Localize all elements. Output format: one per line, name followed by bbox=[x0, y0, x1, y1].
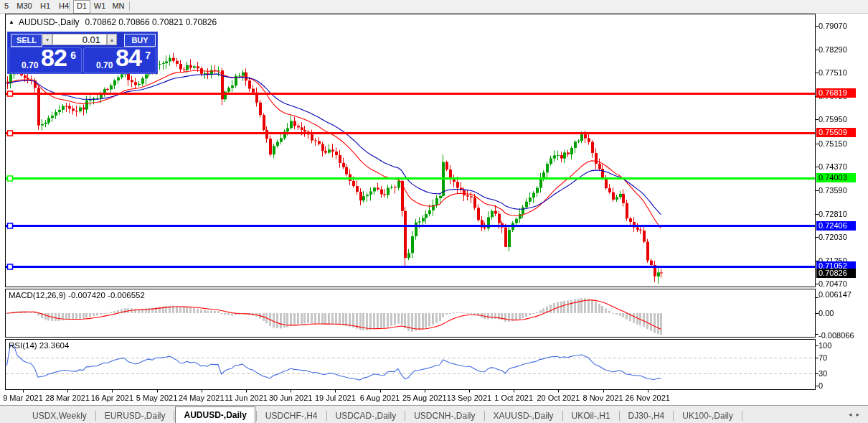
tab-usdcad-daily[interactable]: USDCAD-,Daily bbox=[328, 409, 405, 423]
tab-usdx-weekly[interactable]: USDX,Weekly bbox=[24, 409, 95, 423]
macd-axis-tick: 0.00 bbox=[819, 309, 864, 318]
hline-price-badge: 0.72406 bbox=[816, 221, 856, 231]
price-axis-tick: 0.75950 bbox=[819, 115, 864, 124]
rsi-axis-tick: 70 bbox=[819, 353, 864, 363]
rsi-axis-tick: 30 bbox=[819, 369, 864, 378]
trading-platform-window: 5M30H1H4D1W1MN ▲AUDUSD-,Daily0.70862 0.7… bbox=[0, 0, 868, 423]
tab-scroll-left-icon[interactable]: ◂ bbox=[849, 411, 857, 418]
sell-price-digits: 82 bbox=[41, 44, 67, 72]
price-axis-tick: 0.74370 bbox=[819, 162, 864, 172]
price-axis-tick: 0.70470 bbox=[819, 279, 864, 289]
current-price-badge: 0.70826 bbox=[816, 269, 856, 278]
sell-price-prefix: 0.70 bbox=[22, 60, 38, 70]
tab-usdchf-h4[interactable]: USDCHF-,H4 bbox=[258, 409, 326, 423]
tab-separator bbox=[562, 411, 563, 421]
tab-usdcnh-daily[interactable]: USDCNH-,Daily bbox=[406, 409, 483, 423]
tab-separator bbox=[484, 411, 485, 421]
macd-axis-tick: 0.006147 bbox=[819, 290, 864, 299]
price-axis-tick: 0.77510 bbox=[819, 68, 864, 78]
tab-ukoil-h1[interactable]: UKOil-,H1 bbox=[564, 409, 618, 423]
tab-separator bbox=[405, 411, 405, 421]
chart-title: ▲AUDUSD-,Daily0.70862 0.70866 0.70821 0.… bbox=[9, 17, 217, 27]
price-axis-tick: 0.79070 bbox=[819, 22, 864, 31]
buy-price-pip: 7 bbox=[145, 50, 151, 61]
macd-axis-tick: -0.008066 bbox=[819, 331, 864, 340]
buy-price-box[interactable]: 0.70 84 7 bbox=[83, 47, 156, 73]
symbol-name: AUDUSD-,Daily bbox=[19, 17, 80, 27]
tab-separator bbox=[673, 411, 674, 421]
chart-tab-bar: USDX,WeeklyEURUSD-,DailyAUDUSD-,DailyUSD… bbox=[0, 405, 868, 423]
price-axis-tick: 0.78290 bbox=[819, 45, 864, 55]
one-click-trading-panel: SELL ▼ 0.01 ▲ BUY 0.70 82 6 0.70 84 7 bbox=[7, 32, 158, 74]
rsi-indicator-label: RSI(14) 23.3604 bbox=[9, 341, 69, 350]
price-axis-tick: 0.72810 bbox=[819, 210, 864, 219]
sell-button[interactable]: SELL bbox=[11, 34, 42, 47]
hline-price-badge: 0.74003 bbox=[816, 173, 856, 182]
price-axis-tick: 0.73590 bbox=[819, 186, 864, 195]
tab-separator bbox=[95, 411, 96, 421]
tab-separator bbox=[619, 411, 620, 421]
tab-scroll-arrows[interactable]: ◂▸ bbox=[849, 411, 864, 418]
tab-separator bbox=[256, 411, 257, 421]
price-axis-tick: 0.72030 bbox=[819, 233, 864, 242]
date-label: 26 Nov 2021 bbox=[618, 394, 678, 402]
tab-separator bbox=[326, 411, 327, 421]
macd-indicator-label: MACD(12,26,9) -0.007420 -0.006552 bbox=[9, 291, 145, 299]
collapse-triangle-icon[interactable]: ▲ bbox=[9, 19, 14, 25]
tab-audusd-daily[interactable]: AUDUSD-,Daily bbox=[175, 406, 255, 423]
ohlc-values: 0.70862 0.70866 0.70821 0.70826 bbox=[85, 17, 217, 27]
tab-uk100-daily[interactable]: UK100-,Daily bbox=[674, 409, 741, 423]
hline-price-badge: 0.76819 bbox=[816, 88, 856, 98]
rsi-axis-tick: 100 bbox=[819, 341, 864, 350]
buy-price-digits: 84 bbox=[115, 44, 141, 72]
tab-separator bbox=[174, 411, 174, 421]
tab-xauusd-daily[interactable]: XAUUSD-,Daily bbox=[486, 409, 562, 423]
tab-separator bbox=[742, 411, 742, 421]
tab-scroll-right-icon[interactable]: ▸ bbox=[856, 411, 864, 418]
sell-price-pip: 6 bbox=[70, 50, 76, 61]
rsi-axis-tick: 0 bbox=[819, 381, 864, 391]
sell-price-box[interactable]: 0.70 82 6 bbox=[9, 47, 82, 73]
tab-dj30-h4[interactable]: DJ30-,H4 bbox=[621, 409, 673, 423]
price-axis-tick: 0.75150 bbox=[819, 139, 864, 149]
tab-eurusd-daily[interactable]: EURUSD-,Daily bbox=[97, 409, 174, 423]
hline-price-badge: 0.75509 bbox=[816, 128, 856, 137]
buy-price-prefix: 0.70 bbox=[96, 60, 113, 70]
